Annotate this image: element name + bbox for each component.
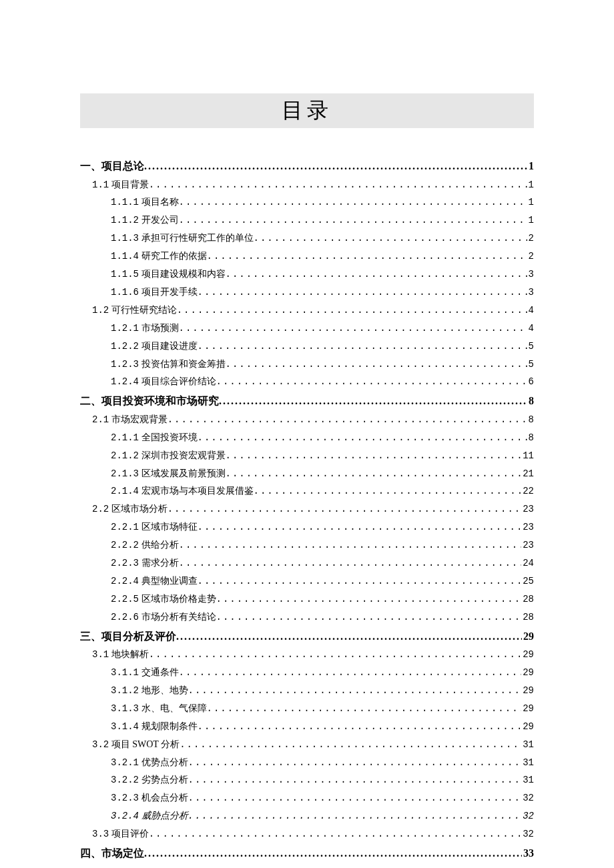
toc-entry-number: 1.1.5 (111, 269, 139, 280)
toc-entry-page: 11 (521, 448, 534, 465)
toc-entry-label: 3.1.2 地形、地势 (111, 682, 188, 700)
toc-entry: 2.2.5 区域市场价格走势28 (80, 590, 534, 608)
toc-entry: 3.1.2 地形、地势29 (80, 682, 534, 700)
toc-entry-number: 2.1.1 (111, 432, 139, 443)
toc-leader-dots (216, 374, 527, 391)
toc-entry-text: 项目开发手续 (141, 287, 198, 297)
toc-leader-dots (188, 790, 522, 807)
toc-entry-text: 典型物业调查 (141, 576, 198, 586)
toc-entry-label: 3.1.3 水、电、气保障 (111, 700, 207, 718)
toc-entry-text: 区域市场分析 (111, 504, 168, 514)
toc-entry-page: 4 (527, 320, 534, 338)
toc-entry-text: 一、项目总论 (80, 160, 144, 171)
toc-leader-dots (179, 194, 527, 211)
toc-entry-text: 深圳市投资宏观背景 (141, 450, 226, 460)
toc-entry-page: 29 (522, 626, 534, 646)
toc-entry-page: 1 (527, 156, 534, 176)
toc-entry-text: 可行性研究结论 (111, 305, 177, 315)
toc-entry: 四、市场定位33 (80, 843, 534, 863)
toc-entry-number: 3.2.4 (111, 811, 139, 821)
toc-entry-number: 2.1 (92, 414, 109, 425)
toc-entry-number: 2.1.2 (111, 450, 139, 461)
toc-leader-dots (226, 356, 527, 374)
toc-entry-number: 2.2.3 (111, 558, 139, 568)
toc-entry-text: 规划限制条件 (141, 721, 198, 731)
toc-entry-label: 四、市场定位 (80, 843, 144, 863)
toc-entry-page: 31 (521, 772, 534, 789)
toc-leader-dots (149, 646, 521, 664)
toc-entry: 1.2.3 投资估算和资金筹措5 (80, 356, 534, 374)
toc-entry-number: 2.2.1 (111, 522, 139, 532)
toc-entry-label: 3.2.3 机会点分析 (111, 789, 188, 807)
toc-entry-text: 三、项目分析及评价 (80, 630, 176, 642)
toc-entry-label: 3.2.2 劣势点分析 (111, 771, 188, 789)
toc-entry-text: 机会点分析 (141, 793, 188, 803)
toc-entry-label: 2.2.1 区域市场特征 (111, 518, 198, 536)
toc-entry-label: 1.2.1 市场预测 (111, 320, 179, 338)
toc-entry-label: 1.1.3 承担可行性研究工作的单位 (111, 230, 254, 248)
toc-entry-page: 23 (521, 501, 534, 518)
toc-entry-page: 2 (527, 248, 534, 266)
toc-entry-number: 3.1.3 (111, 703, 139, 714)
toc-entry-page: 29 (521, 683, 534, 700)
toc-entry: 2.1 市场宏观背景8 (80, 411, 534, 429)
toc-leader-dots (179, 320, 527, 338)
toc-entry-label: 2.2 区域市场分析 (92, 500, 168, 518)
toc-leader-dots (198, 573, 522, 590)
toc-leader-dots (179, 212, 527, 230)
toc-entry-text: 区域市场特征 (141, 522, 198, 532)
toc-entry: 1.2 可行性研究结论4 (80, 302, 534, 320)
toc-entry-number: 1.2 (92, 305, 109, 316)
toc-entry-number: 1.2.4 (111, 376, 139, 387)
toc-leader-dots (176, 626, 522, 646)
toc-title: 目录 (282, 96, 332, 125)
toc-entry: 3.3 项目评价32 (80, 825, 534, 843)
toc-entry-text: 水、电、气保障 (141, 703, 207, 713)
toc-entry: 2.1.4 宏观市场与本项目发展借鉴22 (80, 482, 534, 500)
toc-entry-text: 全国投资环境 (141, 432, 198, 442)
toc-entry-page: 1 (527, 194, 534, 211)
toc-entry-label: 3.1.1 交通条件 (111, 664, 179, 682)
toc-entry-page: 5 (527, 338, 534, 356)
toc-entry: 1.1.4 研究工作的依据2 (80, 248, 534, 266)
toc-entry: 1.2.1 市场预测4 (80, 320, 534, 338)
document-page: 目录 一、项目总论11.1 项目背景11.1.1 项目名称11.1.2 开发公司… (0, 0, 614, 868)
toc-entry-number: 1.2.3 (111, 359, 139, 370)
toc-entry: 1.2.2 项目建设进度5 (80, 338, 534, 356)
toc-entry-page: 21 (521, 466, 534, 483)
toc-leader-dots (180, 737, 521, 754)
toc-entry-label: 2.2.2 供给分析 (111, 536, 179, 554)
toc-leader-dots (254, 230, 527, 248)
toc-entry: 2.1.3 区域发展及前景预测21 (80, 465, 534, 483)
toc-entry: 2.2.4 典型物业调查25 (80, 572, 534, 590)
toc-entry-label: 2.2.3 需求分析 (111, 554, 179, 572)
toc-leader-dots (216, 609, 522, 626)
toc-entry-label: 1.1.2 开发公司 (111, 211, 179, 230)
toc-entry-label: 1.2.4 项目综合评价结论 (111, 373, 216, 391)
toc-entry-number: 2.2.6 (111, 612, 139, 622)
toc-leader-dots (198, 284, 527, 302)
toc-entry-text: 供给分析 (141, 540, 179, 550)
toc-entry: 2.1.2 深圳市投资宏观背景11 (80, 447, 534, 465)
toc-entry-label: 3.2.1 优势点分析 (111, 754, 188, 772)
toc-entry-text: 地块解析 (111, 649, 149, 659)
toc-leader-dots (226, 266, 527, 284)
toc-entry-page: 29 (521, 701, 534, 718)
toc-entry-page: 6 (527, 374, 534, 391)
toc-entry-label: 一、项目总论 (80, 156, 144, 176)
toc-entry-number: 3.2 (92, 739, 109, 750)
toc-entry-text: 市场预测 (141, 323, 179, 333)
toc-entry-page: 8 (527, 412, 534, 429)
toc-entry-text: 劣势点分析 (141, 775, 188, 785)
toc-entry: 3.1 地块解析29 (80, 646, 534, 664)
toc-entry: 3.1.4 规划限制条件29 (80, 718, 534, 736)
toc-entry-number: 3.1.4 (111, 721, 139, 732)
toc-leader-dots (168, 501, 521, 518)
toc-entry-page: 31 (521, 755, 534, 772)
toc-entry-text: 研究工作的依据 (141, 251, 207, 261)
toc-entry-text: 项目建设规模和内容 (141, 269, 226, 279)
toc-entry-text: 四、市场定位 (80, 847, 144, 859)
toc-leader-dots (149, 177, 527, 194)
toc-entry-label: 2.1.2 深圳市投资宏观背景 (111, 447, 226, 465)
toc-leader-dots (216, 591, 522, 608)
